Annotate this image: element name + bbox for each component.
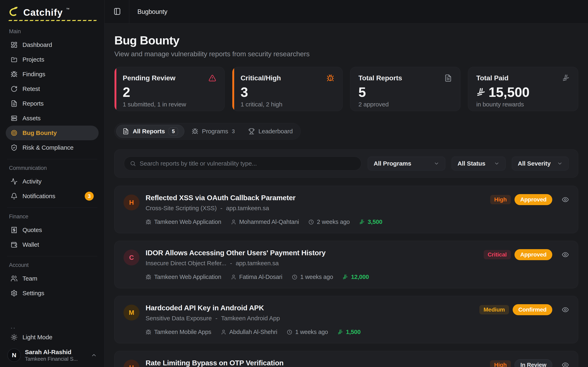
tab-label: All Reports [133, 128, 165, 135]
stat-accent-bar [232, 67, 234, 111]
sidebar-section-communication: Communication [6, 159, 99, 174]
dashboard-icon [11, 42, 17, 48]
eye-icon [562, 196, 569, 203]
sidebar-item-projects[interactable]: Projects [6, 52, 99, 67]
sidebar-item-label: Quotes [22, 226, 42, 234]
sidebar-item-activity[interactable]: Activity [6, 174, 99, 189]
stat-card-total-paid: Total Paid 15,500 in bounty rewards [468, 67, 578, 111]
report-row[interactable]: H Rate Limiting Bypass on OTP Verificati… [114, 351, 578, 367]
bug-icon [192, 128, 198, 134]
gear-icon [11, 290, 17, 297]
selected-value: All Severity [518, 160, 551, 167]
riyal-currency-icon [337, 329, 343, 335]
program-meta: Tamkeen Mobile Apps [146, 329, 211, 335]
time-meta: 2 weeks ago [308, 218, 350, 225]
page-title: Bug Bounty [114, 33, 578, 47]
report-title: Rate Limiting Bypass on OTP Verification [146, 359, 284, 367]
view-report-button[interactable] [562, 361, 569, 367]
filters-bar: All Programs All Status All Severity [114, 150, 578, 178]
sidebar-item-risk-compliance[interactable]: Risk & Compliance [6, 140, 99, 155]
stat-subtext: in bounty rewards [476, 101, 570, 108]
severity-avatar: H [123, 360, 139, 367]
report-row[interactable]: C IDOR Allows Accessing Other Users' Pay… [114, 241, 578, 288]
brand-logo[interactable]: Catchify ™ [6, 0, 99, 20]
user-organization: Tamkeen Financial S... [25, 356, 78, 362]
alert-triangle-icon [208, 74, 216, 82]
tab-all-reports[interactable]: All Reports 5 [116, 125, 184, 138]
trophy-icon [248, 128, 255, 134]
target-asset: Tamkeen Android App [221, 315, 280, 322]
eye-icon [562, 251, 569, 258]
search-icon [130, 160, 136, 167]
page-subtitle: View and manage vulnerability reports fr… [114, 50, 578, 58]
selected-value: All Programs [374, 160, 411, 167]
severity-badge: Medium [479, 305, 509, 314]
sidebar-item-team[interactable]: Team [6, 271, 99, 286]
sidebar-item-dashboard[interactable]: Dashboard [6, 38, 99, 52]
eye-icon [562, 361, 569, 367]
sidebar-item-reports[interactable]: Reports [6, 96, 99, 111]
sidebar-item-label: Reports [22, 100, 44, 107]
report-row[interactable]: M Hardcoded API Key in Android APK Sensi… [114, 296, 578, 343]
tab-label: Programs [202, 128, 228, 135]
sun-icon [11, 334, 17, 341]
severity-avatar: M [123, 305, 139, 320]
sidebar-item-label: Settings [22, 290, 44, 297]
user-meta: Sarah Al-Rashid Tamkeen Financial S... [25, 348, 78, 362]
main-column: Bugbounty Bug Bounty View and manage vul… [104, 0, 588, 367]
report-row[interactable]: H Reflected XSS via OAuth Callback Param… [114, 186, 578, 233]
program-filter-dropdown[interactable]: All Programs [368, 157, 445, 170]
search-input[interactable] [140, 160, 355, 167]
sidebar-item-findings[interactable]: Findings [6, 67, 99, 82]
sidebar-item-retest[interactable]: Retest [6, 82, 99, 96]
avatar: N [7, 349, 21, 362]
brand-underline [8, 20, 97, 21]
sidebar-item-bug-bounty[interactable]: Bug Bounty [6, 125, 99, 140]
vulnerability-type: Sensitive Data Exposure [146, 315, 212, 322]
bell-icon [11, 193, 17, 200]
theme-toggle[interactable]: Light Mode [6, 330, 99, 345]
bug-icon [327, 74, 334, 82]
sidebar-item-notifications[interactable]: Notifications 3 [6, 189, 99, 203]
stat-label: Total Reports [359, 74, 402, 82]
topbar-divider [129, 0, 129, 24]
panel-left-icon [113, 7, 121, 16]
clock-icon [292, 274, 297, 280]
target-asset: app.tamkeen.sa [236, 260, 279, 267]
file-text-icon [122, 128, 129, 134]
program-meta: Tamkeen Web Application [146, 274, 221, 280]
sidebar-item-assets[interactable]: Assets [6, 111, 99, 125]
sidebar-item-quotes[interactable]: Quotes [6, 223, 99, 237]
program-meta: Tamkeen Web Application [146, 218, 221, 225]
sidebar-item-label: Assets [22, 115, 41, 122]
severity-filter-dropdown[interactable]: All Severity [512, 157, 569, 170]
view-report-button[interactable] [562, 306, 569, 313]
sidebar-section-finance: Finance [6, 208, 99, 223]
tab-leaderboard[interactable]: Leaderboard [242, 125, 299, 138]
user-icon [221, 329, 226, 335]
report-title: IDOR Allows Accessing Other Users' Payme… [146, 249, 326, 257]
sidebar: Catchify ™ Main Dashboard Projects Findi… [0, 0, 104, 367]
vulnerability-type: Insecure Direct Object Refer... [146, 260, 226, 267]
sidebar-collapse-button[interactable] [113, 7, 122, 16]
view-report-button[interactable] [562, 251, 569, 258]
tab-programs[interactable]: Programs 3 [186, 125, 241, 138]
activity-icon [11, 178, 17, 185]
status-filter-dropdown[interactable]: All Status [452, 157, 506, 170]
view-report-button[interactable] [562, 196, 569, 203]
clock-icon [308, 219, 314, 225]
server-icon [11, 115, 17, 122]
stat-accent-bar [114, 67, 116, 111]
app-root: Catchify ™ Main Dashboard Projects Findi… [0, 0, 588, 367]
sidebar-item-label: Wallet [22, 241, 39, 248]
vulnerability-type: Cross-Site Scripting (XSS) [146, 205, 217, 212]
sidebar-item-settings[interactable]: Settings [6, 286, 99, 300]
user-menu[interactable]: N Sarah Al-Rashid Tamkeen Financial S... [6, 345, 99, 364]
separator: - [215, 315, 217, 322]
tab-bar: All Reports 5 Programs 3 Leaderboard [114, 123, 301, 140]
target-asset: app.tamkeen.sa [226, 205, 269, 212]
separator: - [230, 260, 232, 267]
sidebar-item-wallet[interactable]: Wallet [6, 237, 99, 252]
time-meta: 1 weeks ago [287, 329, 328, 335]
sidebar-item-label: Retest [22, 85, 40, 92]
